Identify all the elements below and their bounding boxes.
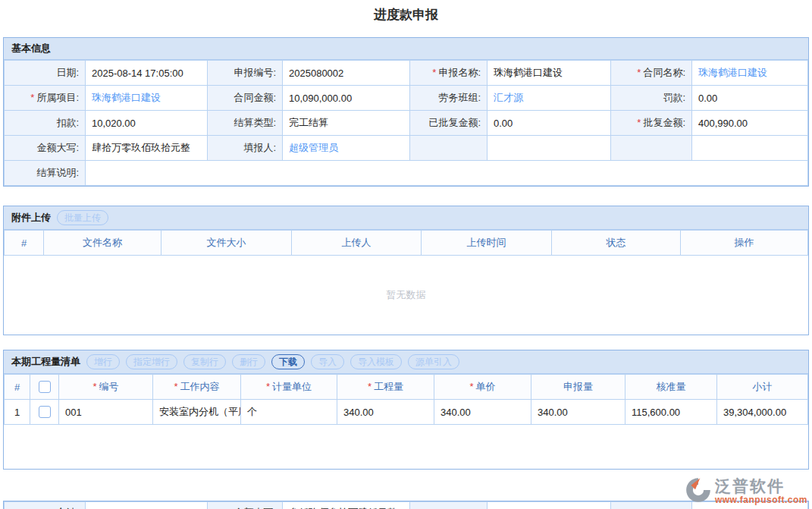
basic-info-table: 日期: 2025-08-14 17:05:00 申报编号: 2025080002… <box>4 60 808 186</box>
required-marker: * <box>30 92 34 103</box>
row-work-content[interactable]: 安装室内分机（平层. <box>153 400 241 425</box>
attachments-table: # 文件名称 文件大小 上传人 上传时间 状态 操作 <box>4 230 808 256</box>
required-marker: * <box>368 381 372 392</box>
select-all-checkbox[interactable] <box>39 381 51 393</box>
field-declare-no-value: 2025080002 <box>283 61 410 86</box>
required-marker: * <box>174 381 177 392</box>
col-select-all <box>30 375 59 400</box>
field-filler-value: 超级管理员 <box>283 136 410 161</box>
col-quantity: *工程量 <box>337 375 434 400</box>
field-labor-team-label: 劳务班组: <box>410 86 488 111</box>
brand-url: www.fanpusoft.com <box>715 495 807 504</box>
field-labor-team-value: 汇才源 <box>488 86 611 111</box>
attachments-title: 附件上传 <box>11 211 51 225</box>
field-deduction-value: 10,020.00 <box>86 111 208 136</box>
total-label: 合计: <box>5 502 86 509</box>
field-settle-note-value <box>86 161 808 186</box>
source-import-button[interactable]: 源单引入 <box>408 354 459 369</box>
field-contract-name-value: 珠海鹤港口建设 <box>692 61 808 86</box>
labor-team-link[interactable]: 汇才源 <box>494 92 523 103</box>
batch-upload-button[interactable]: 批量上传 <box>57 210 108 225</box>
add-row-button[interactable]: 增行 <box>86 354 120 369</box>
field-penalty-label: 罚款: <box>611 86 692 111</box>
col-unit: *计量单位 <box>241 375 337 400</box>
row-subtotal: 39,304,000.00 <box>717 400 808 425</box>
attachments-header-row: # 文件名称 文件大小 上传人 上传时间 状态 操作 <box>5 231 808 256</box>
required-marker: * <box>266 381 270 392</box>
row-quantity[interactable]: 340.00 <box>337 400 434 425</box>
boq-header-bar: 本期工程量清单 增行 指定增行 复制行 删行 下载 导入 导入模板 源单引入 <box>4 350 808 374</box>
col-subtotal: 小计 <box>717 375 808 400</box>
project-link[interactable]: 珠海鹤港口建设 <box>92 92 161 103</box>
field-date-label: 日期: <box>5 61 86 86</box>
col-approved: 核准量 <box>625 375 717 400</box>
row-unit[interactable]: 个 <box>241 400 337 425</box>
empty-label-cell <box>410 136 488 161</box>
col-price: *单价 <box>434 375 531 400</box>
field-settle-type-label: 结算类型: <box>208 111 283 136</box>
copy-row-button[interactable]: 复制行 <box>183 354 226 369</box>
row-approved: 115,600.00 <box>625 400 717 425</box>
boq-data-row: 1 001 安装室内分机（平层. 个 340.00 340.00 340.00 … <box>5 400 808 425</box>
field-deduction-label: 扣款: <box>5 111 86 136</box>
brand-logo: 泛普软件 www.fanpusoft.com <box>684 476 807 507</box>
insert-row-button[interactable]: 指定增行 <box>126 354 177 369</box>
basic-info-section: 基本信息 日期: 2025-08-14 17:05:00 申报编号: 20250… <box>3 37 809 187</box>
page-title: 进度款申报 <box>0 0 812 25</box>
download-button[interactable]: 下载 <box>271 354 305 369</box>
empty-value-cell <box>488 136 611 161</box>
import-button[interactable]: 导入 <box>311 354 344 369</box>
basic-info-header-bar: 基本信息 <box>4 38 808 60</box>
field-approve-amount-value: 400,990.00 <box>692 111 808 136</box>
delete-row-button[interactable]: 删行 <box>232 354 265 369</box>
contract-name-link[interactable]: 珠海鹤港口建设 <box>698 67 767 78</box>
required-marker: * <box>469 381 473 392</box>
field-settle-type-value: 完工结算 <box>283 111 410 136</box>
row-select-checkbox[interactable] <box>39 406 51 418</box>
field-contract-amount-value: 10,090,000.00 <box>283 86 410 111</box>
col-file-name: 文件名称 <box>44 231 161 256</box>
field-declare-name-value: 珠海鹤港口建设 <box>488 61 611 86</box>
empty-value-cell <box>488 502 611 509</box>
field-approve-amount-label: *批复金额: <box>611 111 692 136</box>
field-declare-name-label: *申报名称: <box>410 61 488 86</box>
col-work-content: *工作内容 <box>153 375 241 400</box>
summary-amount-words-value: 叁仟玖佰叁拾万肆仟元整 <box>283 502 410 509</box>
basic-row-3: 扣款: 10,020.00 结算类型: 完工结算 已批复金额: 0.00 *批复… <box>5 111 808 136</box>
fanpu-logo-icon <box>684 476 713 507</box>
field-date-value: 2025-08-14 17:05:00 <box>86 61 208 86</box>
field-project-label: *所属项目: <box>5 86 86 111</box>
row-declared[interactable]: 340.00 <box>531 400 625 425</box>
field-amount-words-label: 金额大写: <box>5 136 86 161</box>
no-data-text: 暂无数据 <box>387 288 426 302</box>
brand-logo-text: 泛普软件 www.fanpusoft.com <box>715 478 807 504</box>
summary-amount-words-label: 金额大写: <box>208 502 283 509</box>
col-code: *编号 <box>59 375 153 400</box>
field-contract-name-label: *合同名称: <box>611 61 692 86</box>
empty-label-cell <box>410 502 488 509</box>
field-settle-note-label: 结算说明: <box>5 161 86 186</box>
attachments-section: 附件上传 批量上传 # 文件名称 文件大小 上传人 上传时间 状态 操作 暂无数… <box>3 206 809 335</box>
row-code[interactable]: 001 <box>59 400 153 425</box>
boq-section: 本期工程量清单 增行 指定增行 复制行 删行 下载 导入 导入模板 源单引入 #… <box>3 350 809 470</box>
col-actions: 操作 <box>681 231 808 256</box>
basic-row-5: 结算说明: <box>5 161 808 186</box>
basic-row-2: *所属项目: 珠海鹤港口建设 合同金额: 10,090,000.00 劳务班组:… <box>5 86 808 111</box>
row-price[interactable]: 340.00 <box>434 400 531 425</box>
empty-value-cell <box>692 136 808 161</box>
field-filler-label: 填报人: <box>208 136 283 161</box>
field-contract-amount-label: 合同金额: <box>208 86 283 111</box>
filler-link[interactable]: 超级管理员 <box>289 142 338 153</box>
col-file-size: 文件大小 <box>161 231 292 256</box>
boq-table: # *编号 *工作内容 *计量单位 *工程量 *单价 申报量 核准量 小计 1 … <box>4 374 808 425</box>
basic-row-1: 日期: 2025-08-14 17:05:00 申报编号: 2025080002… <box>5 61 808 86</box>
empty-label-cell <box>611 136 692 161</box>
required-marker: * <box>637 67 641 78</box>
col-index: # <box>5 231 44 256</box>
col-uploader: 上传人 <box>292 231 422 256</box>
col-status: 状态 <box>552 231 681 256</box>
field-penalty-value: 0.00 <box>692 86 808 111</box>
field-approved-done-label: 已批复金额: <box>410 111 488 136</box>
field-amount-words-value: 肆拾万零玖佰玖拾元整 <box>86 136 208 161</box>
import-template-button[interactable]: 导入模板 <box>350 354 402 369</box>
